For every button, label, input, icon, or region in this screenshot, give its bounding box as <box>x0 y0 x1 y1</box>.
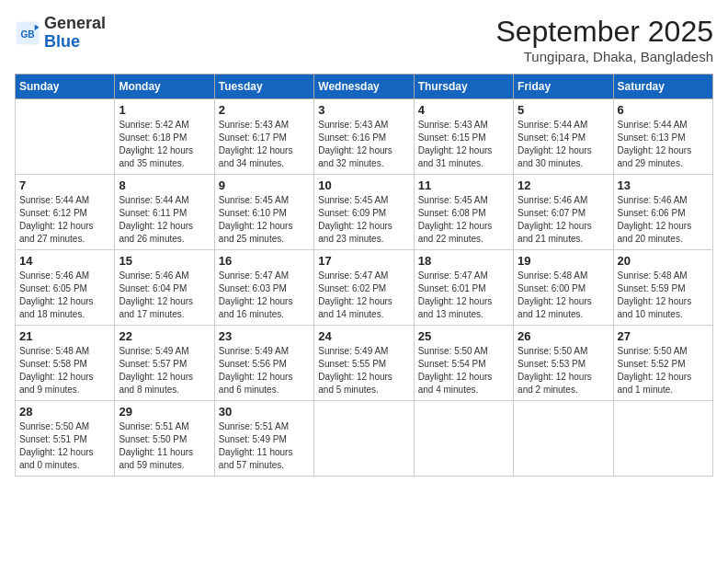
day-info: Sunrise: 5:51 AM Sunset: 5:49 PM Dayligh… <box>219 420 310 472</box>
day-info: Sunrise: 5:44 AM Sunset: 6:14 PM Dayligh… <box>518 119 609 170</box>
day-info: Sunrise: 5:47 AM Sunset: 6:01 PM Dayligh… <box>418 270 509 321</box>
day-cell: 13Sunrise: 5:46 AM Sunset: 6:06 PM Dayli… <box>613 175 712 250</box>
day-number: 9 <box>219 178 310 192</box>
day-info: Sunrise: 5:50 AM Sunset: 5:51 PM Dayligh… <box>19 420 110 472</box>
month-title: September 2025 <box>495 15 713 49</box>
day-number: 23 <box>219 329 310 343</box>
day-cell: 11Sunrise: 5:45 AM Sunset: 6:08 PM Dayli… <box>414 175 513 250</box>
day-number: 22 <box>119 329 210 343</box>
day-cell <box>414 401 513 477</box>
day-cell: 6Sunrise: 5:44 AM Sunset: 6:13 PM Daylig… <box>613 99 712 175</box>
day-number: 24 <box>318 329 409 343</box>
day-info: Sunrise: 5:45 AM Sunset: 6:10 PM Dayligh… <box>219 194 310 246</box>
day-info: Sunrise: 5:44 AM Sunset: 6:11 PM Dayligh… <box>119 194 210 246</box>
day-cell: 10Sunrise: 5:45 AM Sunset: 6:09 PM Dayli… <box>314 175 414 250</box>
day-cell <box>514 401 613 477</box>
day-cell: 3Sunrise: 5:43 AM Sunset: 6:16 PM Daylig… <box>314 99 414 175</box>
logo-icon: GB <box>15 20 40 46</box>
day-cell: 2Sunrise: 5:43 AM Sunset: 6:17 PM Daylig… <box>214 99 313 175</box>
day-info: Sunrise: 5:45 AM Sunset: 6:09 PM Dayligh… <box>318 194 409 246</box>
day-number: 11 <box>418 178 509 192</box>
day-number: 26 <box>518 329 609 343</box>
day-cell: 20Sunrise: 5:48 AM Sunset: 5:59 PM Dayli… <box>613 250 712 326</box>
day-number: 17 <box>318 254 409 268</box>
day-cell: 14Sunrise: 5:46 AM Sunset: 6:05 PM Dayli… <box>16 250 115 326</box>
logo: GB General Blue <box>15 15 106 52</box>
day-number: 3 <box>318 103 409 117</box>
day-cell: 15Sunrise: 5:46 AM Sunset: 6:04 PM Dayli… <box>115 250 214 326</box>
day-info: Sunrise: 5:47 AM Sunset: 6:02 PM Dayligh… <box>318 270 409 321</box>
weekday-header-tuesday: Tuesday <box>214 75 313 99</box>
day-number: 14 <box>19 254 110 268</box>
calendar: SundayMondayTuesdayWednesdayThursdayFrid… <box>15 74 713 477</box>
day-number: 6 <box>618 103 709 117</box>
day-cell: 21Sunrise: 5:48 AM Sunset: 5:58 PM Dayli… <box>16 326 115 401</box>
week-row-1: 1Sunrise: 5:42 AM Sunset: 6:18 PM Daylig… <box>16 99 713 175</box>
day-number: 8 <box>119 178 210 192</box>
day-number: 30 <box>219 405 310 419</box>
day-cell: 22Sunrise: 5:49 AM Sunset: 5:57 PM Dayli… <box>115 326 214 401</box>
day-cell: 5Sunrise: 5:44 AM Sunset: 6:14 PM Daylig… <box>514 99 613 175</box>
day-number: 15 <box>119 254 210 268</box>
day-info: Sunrise: 5:46 AM Sunset: 6:05 PM Dayligh… <box>19 270 110 321</box>
day-cell: 26Sunrise: 5:50 AM Sunset: 5:53 PM Dayli… <box>514 326 613 401</box>
weekday-header-saturday: Saturday <box>613 75 712 99</box>
day-number: 28 <box>19 405 110 419</box>
day-info: Sunrise: 5:48 AM Sunset: 6:00 PM Dayligh… <box>518 270 609 321</box>
day-cell <box>314 401 414 477</box>
day-cell <box>613 401 712 477</box>
day-cell: 17Sunrise: 5:47 AM Sunset: 6:02 PM Dayli… <box>314 250 414 326</box>
day-cell: 29Sunrise: 5:51 AM Sunset: 5:50 PM Dayli… <box>115 401 214 477</box>
day-info: Sunrise: 5:50 AM Sunset: 5:54 PM Dayligh… <box>418 345 509 396</box>
day-cell: 27Sunrise: 5:50 AM Sunset: 5:52 PM Dayli… <box>613 326 712 401</box>
day-cell: 7Sunrise: 5:44 AM Sunset: 6:12 PM Daylig… <box>16 175 115 250</box>
day-info: Sunrise: 5:42 AM Sunset: 6:18 PM Dayligh… <box>119 119 210 170</box>
day-info: Sunrise: 5:43 AM Sunset: 6:15 PM Dayligh… <box>418 119 509 170</box>
day-info: Sunrise: 5:46 AM Sunset: 6:07 PM Dayligh… <box>518 194 609 246</box>
location: Tungipara, Dhaka, Bangladesh <box>495 49 713 64</box>
day-number: 4 <box>418 103 509 117</box>
day-cell: 8Sunrise: 5:44 AM Sunset: 6:11 PM Daylig… <box>115 175 214 250</box>
day-number: 10 <box>318 178 409 192</box>
day-number: 25 <box>418 329 509 343</box>
weekday-header-sunday: Sunday <box>16 75 115 99</box>
day-cell: 30Sunrise: 5:51 AM Sunset: 5:49 PM Dayli… <box>214 401 313 477</box>
day-number: 13 <box>618 178 709 192</box>
week-row-5: 28Sunrise: 5:50 AM Sunset: 5:51 PM Dayli… <box>16 401 713 477</box>
day-cell: 19Sunrise: 5:48 AM Sunset: 6:00 PM Dayli… <box>514 250 613 326</box>
day-number: 29 <box>119 405 210 419</box>
day-cell: 24Sunrise: 5:49 AM Sunset: 5:55 PM Dayli… <box>314 326 414 401</box>
weekday-header-monday: Monday <box>115 75 214 99</box>
day-info: Sunrise: 5:44 AM Sunset: 6:13 PM Dayligh… <box>618 119 709 170</box>
day-info: Sunrise: 5:49 AM Sunset: 5:56 PM Dayligh… <box>219 345 310 396</box>
day-cell: 28Sunrise: 5:50 AM Sunset: 5:51 PM Dayli… <box>16 401 115 477</box>
week-row-2: 7Sunrise: 5:44 AM Sunset: 6:12 PM Daylig… <box>16 175 713 250</box>
day-number: 2 <box>219 103 310 117</box>
day-info: Sunrise: 5:50 AM Sunset: 5:53 PM Dayligh… <box>518 345 609 396</box>
day-cell: 25Sunrise: 5:50 AM Sunset: 5:54 PM Dayli… <box>414 326 513 401</box>
logo-text: General Blue <box>44 15 106 52</box>
day-number: 18 <box>418 254 509 268</box>
weekday-header-wednesday: Wednesday <box>314 75 414 99</box>
day-info: Sunrise: 5:43 AM Sunset: 6:17 PM Dayligh… <box>219 119 310 170</box>
week-row-3: 14Sunrise: 5:46 AM Sunset: 6:05 PM Dayli… <box>16 250 713 326</box>
day-cell: 1Sunrise: 5:42 AM Sunset: 6:18 PM Daylig… <box>115 99 214 175</box>
day-cell: 16Sunrise: 5:47 AM Sunset: 6:03 PM Dayli… <box>214 250 313 326</box>
day-number: 20 <box>618 254 709 268</box>
day-number: 16 <box>219 254 310 268</box>
day-number: 27 <box>618 329 709 343</box>
day-number: 5 <box>518 103 609 117</box>
weekday-header-row: SundayMondayTuesdayWednesdayThursdayFrid… <box>16 75 713 99</box>
day-info: Sunrise: 5:46 AM Sunset: 6:06 PM Dayligh… <box>618 194 709 246</box>
day-cell: 9Sunrise: 5:45 AM Sunset: 6:10 PM Daylig… <box>214 175 313 250</box>
day-number: 7 <box>19 178 110 192</box>
day-number: 21 <box>19 329 110 343</box>
day-info: Sunrise: 5:43 AM Sunset: 6:16 PM Dayligh… <box>318 119 409 170</box>
week-row-4: 21Sunrise: 5:48 AM Sunset: 5:58 PM Dayli… <box>16 326 713 401</box>
day-info: Sunrise: 5:44 AM Sunset: 6:12 PM Dayligh… <box>19 194 110 246</box>
day-info: Sunrise: 5:48 AM Sunset: 5:58 PM Dayligh… <box>19 345 110 396</box>
day-cell: 12Sunrise: 5:46 AM Sunset: 6:07 PM Dayli… <box>514 175 613 250</box>
title-area: September 2025 Tungipara, Dhaka, Banglad… <box>495 15 713 64</box>
day-info: Sunrise: 5:47 AM Sunset: 6:03 PM Dayligh… <box>219 270 310 321</box>
day-info: Sunrise: 5:49 AM Sunset: 5:57 PM Dayligh… <box>119 345 210 396</box>
